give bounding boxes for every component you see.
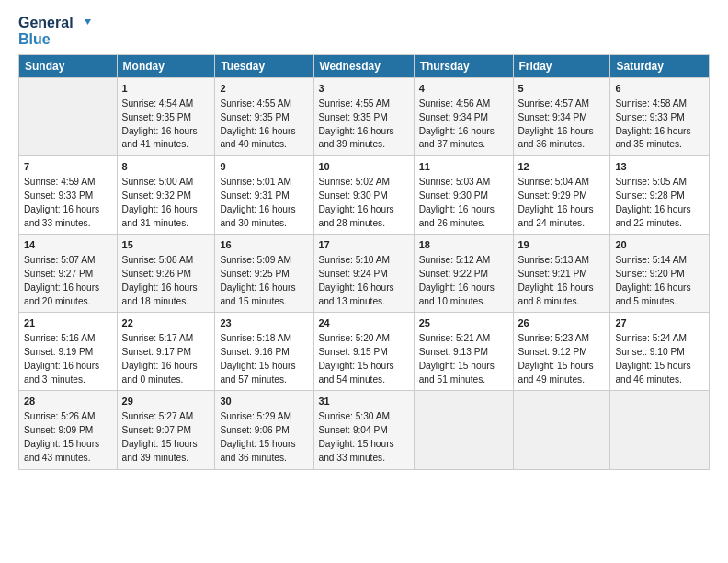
cell-text: Daylight: 16 hours [220, 203, 308, 217]
calendar-cell: 14Sunrise: 5:07 AMSunset: 9:27 PMDayligh… [19, 235, 118, 313]
cell-text: and 43 minutes. [24, 452, 112, 465]
page-header: General Blue [18, 15, 710, 47]
day-number: 30 [220, 395, 308, 409]
cell-text: Daylight: 15 hours [24, 438, 112, 452]
svg-marker-0 [85, 19, 91, 25]
cell-text: and 49 minutes. [518, 373, 606, 387]
day-number: 9 [220, 160, 308, 175]
cell-text: Sunset: 9:19 PM [24, 346, 112, 360]
logo-general: General [18, 15, 91, 31]
cell-text: Sunset: 9:31 PM [220, 190, 308, 203]
cell-text: and 33 minutes. [24, 217, 112, 231]
calendar-cell: 12Sunrise: 5:04 AMSunset: 9:29 PMDayligh… [513, 156, 610, 235]
calendar-cell: 4Sunrise: 4:56 AMSunset: 9:34 PMDaylight… [414, 78, 513, 156]
page-container: General Blue SundayMondayTuesdayWednesda… [0, 0, 728, 479]
day-number: 2 [220, 82, 308, 97]
cell-text: Sunset: 9:12 PM [518, 346, 606, 360]
cell-text: Sunrise: 5:02 AM [319, 176, 409, 190]
day-number: 12 [518, 160, 606, 175]
cell-text: Sunrise: 5:04 AM [518, 176, 606, 190]
cell-text: Daylight: 15 hours [122, 438, 210, 452]
calendar-cell: 7Sunrise: 4:59 AMSunset: 9:33 PMDaylight… [19, 156, 118, 235]
calendar-cell: 5Sunrise: 4:57 AMSunset: 9:34 PMDaylight… [513, 78, 610, 156]
cell-text: Sunset: 9:21 PM [518, 268, 606, 282]
cell-text: Sunrise: 5:30 AM [319, 410, 409, 424]
day-number: 25 [419, 316, 508, 331]
cell-text: and 41 minutes. [122, 138, 210, 152]
calendar-cell: 26Sunrise: 5:23 AMSunset: 9:12 PMDayligh… [513, 313, 610, 391]
calendar-cell [610, 391, 710, 469]
cell-text: Sunrise: 4:55 AM [319, 98, 409, 111]
cell-text: Daylight: 15 hours [419, 360, 508, 373]
cell-text: Daylight: 15 hours [518, 360, 606, 373]
cell-text: Daylight: 16 hours [24, 203, 112, 217]
cell-text: Daylight: 15 hours [220, 438, 308, 452]
day-number: 11 [419, 160, 508, 175]
cell-text: Sunrise: 4:58 AM [615, 98, 704, 111]
cell-text: Sunset: 9:35 PM [220, 111, 308, 125]
logo: General Blue [18, 15, 91, 47]
cell-text: and 33 minutes. [319, 452, 409, 465]
cell-text: Daylight: 16 hours [122, 282, 210, 295]
calendar-cell: 21Sunrise: 5:16 AMSunset: 9:19 PMDayligh… [19, 313, 118, 391]
day-number: 24 [319, 316, 409, 331]
cell-text: Sunset: 9:09 PM [24, 424, 112, 438]
cell-text: Sunrise: 5:13 AM [518, 254, 606, 268]
cell-text: and 24 minutes. [518, 217, 606, 231]
logo-bird-icon [78, 17, 91, 30]
cell-text: Sunset: 9:10 PM [615, 346, 704, 360]
cell-text: Sunset: 9:32 PM [122, 190, 210, 203]
cell-text: Sunset: 9:17 PM [122, 346, 210, 360]
calendar-cell: 27Sunrise: 5:24 AMSunset: 9:10 PMDayligh… [610, 313, 710, 391]
cell-text: Sunrise: 5:01 AM [220, 176, 308, 190]
calendar-cell: 15Sunrise: 5:08 AMSunset: 9:26 PMDayligh… [117, 235, 215, 313]
week-row-4: 21Sunrise: 5:16 AMSunset: 9:19 PMDayligh… [19, 313, 710, 391]
day-number: 23 [220, 316, 308, 331]
cell-text: Daylight: 16 hours [518, 203, 606, 217]
cell-text: Sunset: 9:27 PM [24, 268, 112, 282]
cell-text: and 36 minutes. [518, 138, 606, 152]
day-number: 6 [615, 82, 704, 97]
cell-text: and 28 minutes. [319, 217, 409, 231]
cell-text: Sunrise: 4:57 AM [518, 98, 606, 111]
calendar-cell: 16Sunrise: 5:09 AMSunset: 9:25 PMDayligh… [215, 235, 313, 313]
calendar-cell: 6Sunrise: 4:58 AMSunset: 9:33 PMDaylight… [610, 78, 710, 156]
calendar-cell: 18Sunrise: 5:12 AMSunset: 9:22 PMDayligh… [414, 235, 513, 313]
logo-blue: Blue [18, 31, 91, 48]
cell-text: Sunset: 9:22 PM [419, 268, 508, 282]
cell-text: Sunset: 9:34 PM [419, 111, 508, 125]
cell-text: Sunset: 9:33 PM [24, 190, 112, 203]
cell-text: Sunrise: 5:29 AM [220, 410, 308, 424]
calendar-cell [513, 391, 610, 469]
day-header-sunday: Sunday [19, 55, 118, 78]
cell-text: Sunrise: 5:21 AM [419, 332, 508, 346]
cell-text: Daylight: 15 hours [220, 360, 308, 373]
cell-text: Sunrise: 5:03 AM [419, 176, 508, 190]
cell-text: Sunset: 9:24 PM [319, 268, 409, 282]
calendar-cell: 13Sunrise: 5:05 AMSunset: 9:28 PMDayligh… [610, 156, 710, 235]
week-row-2: 7Sunrise: 4:59 AMSunset: 9:33 PMDaylight… [19, 156, 710, 235]
calendar-cell: 20Sunrise: 5:14 AMSunset: 9:20 PMDayligh… [610, 235, 710, 313]
cell-text: Daylight: 16 hours [419, 125, 508, 139]
calendar-cell: 9Sunrise: 5:01 AMSunset: 9:31 PMDaylight… [215, 156, 313, 235]
calendar-cell: 22Sunrise: 5:17 AMSunset: 9:17 PMDayligh… [117, 313, 215, 391]
day-header-wednesday: Wednesday [313, 55, 414, 78]
cell-text: Sunrise: 5:23 AM [518, 332, 606, 346]
cell-text: Sunrise: 5:16 AM [24, 332, 112, 346]
cell-text: Sunrise: 5:00 AM [122, 176, 210, 190]
calendar-cell: 24Sunrise: 5:20 AMSunset: 9:15 PMDayligh… [313, 313, 414, 391]
day-number: 17 [319, 238, 409, 253]
cell-text: Sunset: 9:30 PM [319, 190, 409, 203]
calendar-cell: 3Sunrise: 4:55 AMSunset: 9:35 PMDaylight… [313, 78, 414, 156]
cell-text: Daylight: 16 hours [122, 125, 210, 139]
cell-text: Sunset: 9:04 PM [319, 424, 409, 438]
day-number: 21 [24, 316, 112, 331]
calendar-cell: 23Sunrise: 5:18 AMSunset: 9:16 PMDayligh… [215, 313, 313, 391]
cell-text: Daylight: 15 hours [319, 438, 409, 452]
cell-text: Daylight: 16 hours [319, 203, 409, 217]
cell-text: Sunrise: 5:10 AM [319, 254, 409, 268]
calendar-cell: 19Sunrise: 5:13 AMSunset: 9:21 PMDayligh… [513, 235, 610, 313]
cell-text: and 18 minutes. [122, 295, 210, 309]
cell-text: and 20 minutes. [24, 295, 112, 309]
cell-text: and 40 minutes. [220, 138, 308, 152]
